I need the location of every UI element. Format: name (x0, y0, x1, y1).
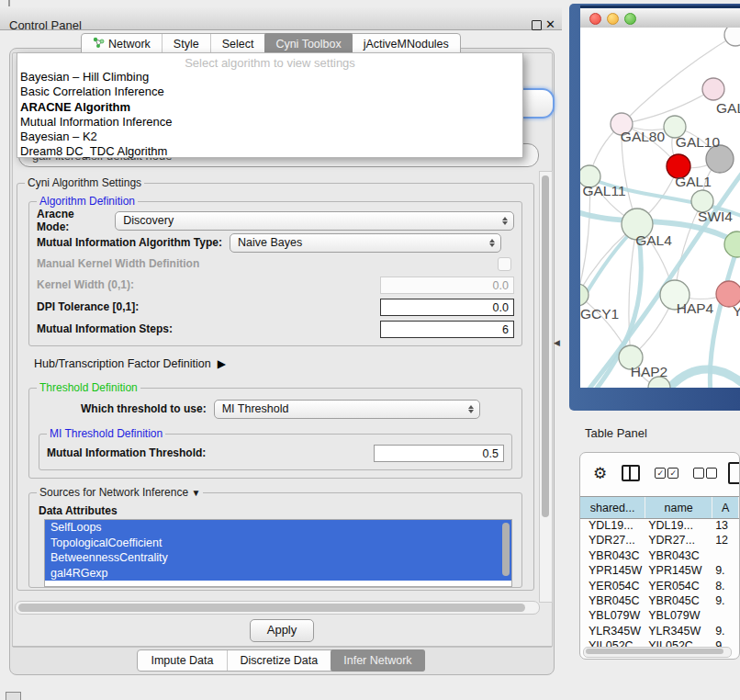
mi-algorithm-type-combo[interactable]: Naive Bayes (230, 233, 501, 253)
table-cell: YDL19... (580, 518, 645, 533)
algorithm-item-bayesian-hill-climbing[interactable]: Bayesian – Hill Climbing (17, 70, 522, 85)
which-threshold-combo[interactable]: MI Threshold (214, 400, 480, 419)
close-icon[interactable]: ✕ (545, 17, 555, 31)
table-cell: 9 (712, 638, 739, 647)
column-header-a[interactable]: A (712, 497, 739, 518)
tab-select[interactable]: Select (210, 34, 265, 54)
network-node-label: GAL10 (676, 134, 721, 150)
network-node-label: HAP2 (631, 364, 668, 379)
sources-legend[interactable]: Sources for Network Inference ▼ (37, 486, 203, 499)
table-row[interactable]: YDR27...YDR27...12 (580, 533, 739, 548)
algorithm-item-mutual-information-inference[interactable]: Mutual Information Inference (17, 115, 522, 130)
tab-label: Style (174, 38, 199, 51)
threshold-definition-group: Threshold Definition Which threshold to … (28, 381, 522, 479)
table-row[interactable]: YPR145WYPR145W9. (580, 563, 739, 578)
attribute-item-betweennesscentrality[interactable]: BetweennessCentrality (45, 550, 511, 566)
table-toolbar: ⚙ ✓ ✓ (580, 453, 739, 493)
collapsed-panel-icon[interactable] (6, 692, 21, 700)
deselect-all-columns-icon[interactable] (693, 468, 717, 479)
table-row[interactable]: YDL19...YDL19...13 (580, 518, 739, 533)
mi-steps-input[interactable]: 6 (380, 321, 514, 338)
tab-network[interactable]: Network (82, 34, 162, 54)
table-horizontal-scrollbar[interactable] (583, 647, 732, 658)
network-window-titlebar[interactable] (580, 8, 740, 28)
tab-discretize-data[interactable]: Discretize Data (227, 650, 331, 671)
tab-infer-network[interactable]: Infer Network (331, 649, 424, 672)
split-columns-icon[interactable] (622, 465, 640, 481)
network-node[interactable] (724, 28, 740, 46)
algorithm-item-aracne-algorithm[interactable]: ARACNE Algorithm (17, 100, 522, 115)
mi-threshold-input[interactable]: 0.5 (374, 445, 504, 462)
minimize-traffic-light-icon[interactable] (607, 13, 619, 25)
zoom-traffic-light-icon[interactable] (624, 13, 636, 25)
column-header-shared[interactable]: shared... (580, 497, 645, 518)
table-cell: YBR045C (645, 593, 712, 608)
settings-horizontal-scrollbar[interactable] (15, 601, 540, 615)
hub-definition-toggle[interactable]: Hub/Transcription Factor Definition ▶ (34, 354, 526, 374)
algorithm-item-bayesian-k2[interactable]: Bayesian – K2 (17, 130, 522, 144)
float-window-icon[interactable] (532, 20, 542, 30)
table-row[interactable]: YBR043CYBR043C (580, 548, 739, 563)
dpi-tolerance-input[interactable]: 0.0 (380, 299, 514, 316)
list-scrollbar[interactable] (502, 523, 510, 576)
manual-kernel-checkbox[interactable] (498, 257, 511, 271)
attribute-item-selfloops[interactable]: SelfLoops (45, 520, 511, 536)
close-traffic-light-icon[interactable] (589, 13, 601, 25)
cyni-bottom-tabs: Impute DataDiscretize DataInfer Network (137, 649, 424, 672)
aracne-mode-value: Discovery (123, 214, 174, 227)
unchecked-box-icon (693, 468, 704, 479)
table-cell: YER054C (645, 579, 712, 593)
aracne-mode-combo[interactable]: Discovery (115, 211, 514, 231)
table-row[interactable]: YBR045CYBR045C9. (580, 593, 739, 608)
table-row[interactable]: YBL079WYBL079W (580, 608, 739, 623)
manual-kernel-label: Manual Kernel Width Definition (37, 257, 199, 270)
aracne-mode-label: Aracne Mode: (37, 208, 107, 233)
data-attributes-label: Data Attributes (39, 504, 514, 517)
settings-vertical-scrollbar[interactable] (539, 171, 553, 603)
table-cell: YBL079W (580, 608, 645, 623)
select-all-columns-icon[interactable]: ✓ ✓ (655, 468, 678, 479)
table-cell: YBR043C (580, 548, 645, 563)
tab-style[interactable]: Style (162, 34, 210, 54)
kernel-width-label: Kernel Width (0,1): (37, 278, 134, 291)
mi-algorithm-type-value: Naive Bayes (238, 236, 302, 249)
algorithm-definition-group: Algorithm Definition Aracne Mode: Discov… (28, 195, 522, 346)
table-body: YDL19...YDL19...13YDR27...YDR27...12YBR0… (580, 518, 739, 647)
app-root: { "icons": {"close": "✕", "divider_arrow… (0, 0, 740, 700)
table-cell: YBR045C (580, 593, 645, 608)
gear-icon[interactable]: ⚙ (593, 466, 607, 481)
table-cell: YDR27... (645, 533, 712, 548)
algorithm-dropdown-hint: Select algorithm to view settings (17, 56, 522, 70)
tab-impute-data[interactable]: Impute Data (138, 650, 226, 671)
tab-label: jActiveMNodules (364, 38, 449, 51)
table-row[interactable]: YIL052CYIL052C9 (580, 638, 739, 647)
divider (12, 646, 552, 647)
attribute-item-topologicalcoefficient[interactable]: TopologicalCoefficient (45, 536, 511, 551)
table-row[interactable]: YER054CYER054C8. (580, 579, 739, 593)
table-header-row: shared...nameA (580, 496, 739, 519)
network-node-gal[interactable] (702, 78, 724, 100)
algorithm-item-basic-correlation-inference[interactable]: Basic Correlation Inference (17, 85, 522, 99)
panel-edge-notch (8, 0, 10, 6)
kernel-width-input[interactable]: 0.0 (380, 277, 514, 294)
attribute-item-gal4rgexp[interactable]: gal4RGexp (45, 566, 511, 581)
tab-jactivemnodules[interactable]: jActiveMNodules (353, 34, 460, 54)
splitpane-collapse-icon[interactable]: ◀ (554, 338, 560, 347)
network-node-label: GAL11 (582, 183, 625, 198)
sources-title: Sources for Network Inference (39, 486, 188, 499)
checked-box-icon: ✓ (667, 468, 678, 479)
stepper-icon (502, 217, 508, 225)
apply-button[interactable]: Apply (250, 619, 314, 642)
algorithm-item-dream8-dc-tdc-algorithm[interactable]: Dream8 DC_TDC Algorithm (17, 144, 522, 159)
column-header-name[interactable]: name (645, 497, 712, 518)
control-panel-title: Control Panel (9, 18, 82, 32)
new-table-icon[interactable] (728, 462, 740, 484)
stepper-icon (489, 239, 495, 247)
table-row[interactable]: YLR345WYLR345W9. (580, 624, 739, 638)
data-attributes-list[interactable]: SelfLoopsTopologicalCoefficientBetweenne… (44, 519, 512, 587)
table-cell: YPR145W (580, 563, 645, 578)
control-panel-titlebar: Control Panel ✕ (0, 7, 562, 30)
table-cell: YPR145W (645, 563, 712, 578)
network-canvas[interactable]: GALGAL80GAL10GAL1GAL11SWI4GAL4GCY1HAP4YH… (580, 28, 740, 388)
threshold-definition-legend: Threshold Definition (37, 381, 140, 394)
